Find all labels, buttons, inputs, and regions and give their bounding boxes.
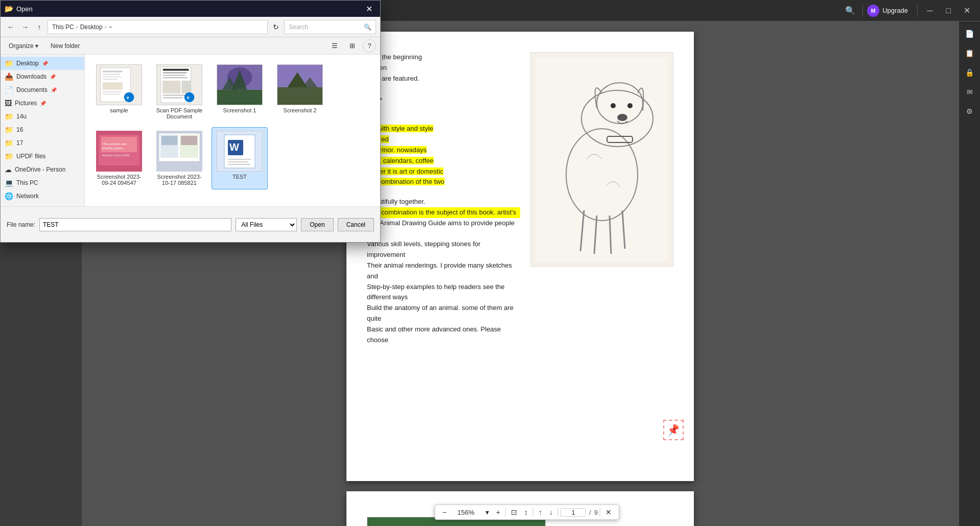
sticky-note-annotation[interactable]: 📌 [663, 420, 684, 440]
zoom-dropdown-btn[interactable]: ▾ [482, 507, 492, 517]
sidebar-label-network: Network [16, 193, 39, 200]
downloads-pin-icon: 📌 [50, 74, 56, 80]
zoom-out-btn[interactable]: − [439, 507, 450, 517]
file-grid: e sample [89, 59, 376, 192]
sidebar-item-17[interactable]: 📁 17 [1, 136, 84, 150]
dialog-close-btn[interactable]: ✕ [362, 2, 376, 16]
search-icon[interactable]: 🔍 [842, 3, 858, 19]
file-open-dialog: 📂 Open ✕ ← → ↑ This PC › Desktop › ~ ↻ S… [0, 0, 381, 243]
zoom-in-btn[interactable]: + [493, 507, 503, 517]
sidebar-item-14u[interactable]: 📁 14u [1, 110, 84, 123]
pdf-highlight-4: hirts, calendars, coffee [367, 156, 520, 166]
16-icon: 📁 [5, 126, 13, 134]
prev-page-btn[interactable]: ↑ [535, 507, 545, 517]
pictures-icon: 🖼 [5, 99, 12, 107]
toolbar-sep4 [862, 5, 863, 17]
file-item-screenshot-1017[interactable]: Screenshot 2023-10-17 085821 [151, 127, 207, 189]
dialog-bottom-bar: File name: All Files Open Cancel [1, 206, 380, 242]
upgrade-label[interactable]: Upgrade [882, 7, 908, 14]
sidebar-item-documents[interactable]: 📄 Documents 📌 [1, 83, 84, 97]
svg-rect-36 [163, 77, 188, 78]
pdf-highlight-6: the combination of the two [367, 177, 520, 187]
file-name-sample: sample [110, 107, 128, 113]
right-mail-btn[interactable]: ✉ [962, 84, 978, 100]
sidebar-item-thispc[interactable]: 💻 This PC [1, 176, 84, 189]
sidebar-item-onedrive[interactable]: ☁ OneDrive - Person [1, 163, 84, 176]
dialog-title-icon: 📂 [5, 5, 13, 13]
file-name-scan: Scan PDF Sample Document [155, 107, 204, 119]
sidebar-item-desktop[interactable]: 📁 Desktop 📌 [1, 57, 84, 70]
dialog-sidebar: 📁 Desktop 📌 📥 Downloads 📌 📄 Documents 📌 … [1, 55, 85, 206]
sidebar-item-16[interactable]: 📁 16 [1, 123, 84, 136]
right-lock-btn[interactable]: 🔒 [962, 64, 978, 81]
sidebar-item-pictures[interactable]: 🖼 Pictures 📌 [1, 97, 84, 110]
file-thumb-screenshot1017 [156, 131, 202, 172]
sidebar-label-downloads: Downloads [16, 73, 46, 80]
nav-refresh-btn[interactable]: ↻ [270, 21, 282, 33]
file-item-screenshot-0924[interactable]: "The problem with stealing quotes... Abr… [91, 127, 147, 189]
dog-illustration [530, 52, 673, 267]
help-btn[interactable]: ? [363, 39, 376, 53]
minimize-btn[interactable]: ─ [922, 3, 938, 19]
thispc-icon: 💻 [5, 179, 13, 187]
svg-rect-40 [163, 97, 183, 98]
zoom-sep4 [600, 508, 600, 517]
file-item-screenshot2[interactable]: Screenshot 2 [272, 61, 328, 123]
svg-rect-39 [163, 95, 185, 96]
svg-rect-64 [161, 136, 177, 145]
file-item-scan-pdf[interactable]: e Scan PDF Sample Document [151, 61, 207, 123]
pdf-highlight-2: nspired [367, 134, 520, 145]
cancel-btn[interactable]: Cancel [338, 218, 374, 231]
desktop-pin-icon: 📌 [42, 61, 48, 66]
nav-back-btn[interactable]: ← [5, 21, 17, 33]
pdf-text-hidden: hidden [367, 63, 520, 74]
file-name-screenshot2: Screenshot 2 [284, 107, 317, 113]
page-total: 9 [594, 509, 598, 516]
breadcrumb-thispc: This PC [52, 23, 74, 31]
page-number-input[interactable] [561, 508, 586, 517]
address-breadcrumb[interactable]: This PC › Desktop › ~ [48, 20, 268, 34]
svg-rect-51 [277, 87, 322, 105]
file-thumb-screenshot0924: "The problem with stealing quotes... Abr… [96, 131, 142, 172]
sidebar-item-downloads[interactable]: 📥 Downloads 📌 [1, 70, 84, 83]
zoom-close-btn[interactable]: ✕ [602, 507, 615, 517]
pdf-right-toolbar: 📄 📋 🔒 ✉ ⚙ [959, 21, 980, 526]
right-copy-btn[interactable]: 📋 [962, 45, 978, 61]
upgrade-area: M Upgrade [867, 5, 908, 17]
sidebar-label-desktop: Desktop [16, 60, 39, 67]
dialog-title-text: Open [16, 5, 362, 13]
new-folder-btn[interactable]: New folder [46, 39, 84, 53]
fit-page-btn[interactable]: ⊡ [508, 507, 520, 517]
sidebar-item-network[interactable]: 🌐 Network [1, 189, 84, 203]
dialog-toolbar: Organize ▾ New folder ☰ ⊞ ? [1, 37, 380, 55]
organize-btn[interactable]: Organize ▾ [5, 39, 42, 53]
file-item-test[interactable]: W TEST [212, 127, 268, 189]
sidebar-label-onedrive: OneDrive - Person [15, 166, 65, 173]
svg-rect-72 [228, 164, 250, 165]
pdf-text-from: from the beginning [367, 52, 520, 63]
file-item-screenshot1[interactable]: Screenshot 1 [212, 61, 268, 123]
right-save-btn[interactable]: 📄 [962, 26, 978, 42]
toolbar-sep5 [917, 5, 918, 17]
svg-rect-28 [103, 94, 120, 95]
nav-up-btn[interactable]: ↑ [33, 21, 45, 33]
open-btn[interactable]: Open [301, 218, 333, 231]
nav-forward-btn[interactable]: → [19, 21, 31, 33]
pdf-highlight-1: ats with style and style [367, 124, 520, 134]
sidebar-item-updf[interactable]: 📁 UPDF files [1, 150, 84, 163]
pdf-body-1: The Animal Drawing Guide aims to provide… [367, 218, 520, 240]
maximize-btn[interactable]: □ [940, 3, 956, 19]
view-list-btn[interactable]: ☰ [328, 39, 341, 53]
close-pdf-btn[interactable]: ✕ [959, 3, 975, 19]
view-grid-btn[interactable]: ⊞ [345, 39, 359, 53]
breadcrumb-desktop: Desktop [80, 23, 103, 31]
fit-width-btn[interactable]: ↕ [521, 507, 531, 517]
filename-input[interactable] [39, 218, 231, 231]
file-item-sample[interactable]: e sample [91, 61, 147, 123]
search-box[interactable]: Search 🔍 [284, 20, 376, 34]
right-settings-btn[interactable]: ⚙ [962, 103, 978, 119]
filetype-select[interactable]: All Files [236, 218, 297, 231]
svg-text:"The problem with: "The problem with [102, 142, 127, 146]
next-page-btn[interactable]: ↓ [546, 507, 556, 517]
file-thumb-screenshot2 [277, 64, 323, 105]
